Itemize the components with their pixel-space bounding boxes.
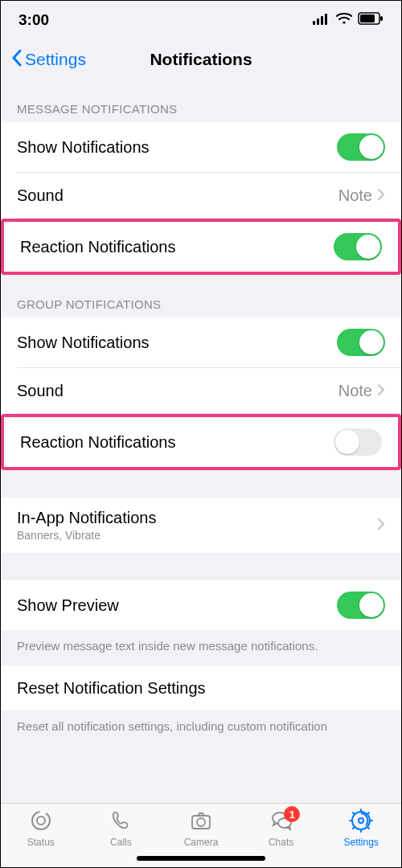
back-button[interactable]: Settings <box>10 48 86 72</box>
svg-line-20 <box>367 813 369 814</box>
svg-point-23 <box>359 818 363 823</box>
chevron-right-icon <box>377 186 385 205</box>
row-msg-show-notifications[interactable]: Show Notifications <box>1 122 401 172</box>
row-label: In-App Notifications <box>17 509 156 527</box>
tab-label: Settings <box>343 837 378 848</box>
status-bar: 3:00 <box>1 1 401 39</box>
back-label: Settings <box>25 50 86 69</box>
tab-label: Calls <box>110 837 132 848</box>
svg-rect-0 <box>313 21 315 25</box>
group-message: Show Notifications Sound Note Reaction N… <box>1 122 401 275</box>
status-time: 3:00 <box>18 11 49 29</box>
chevron-right-icon <box>377 382 385 400</box>
row-inapp-notifications[interactable]: In-App Notifications Banners, Vibrate <box>1 497 401 553</box>
row-value: Note <box>338 186 385 205</box>
toggle-grp-show[interactable] <box>337 329 385 356</box>
status-icons <box>313 11 384 29</box>
chats-badge: 1 <box>284 806 300 822</box>
svg-point-9 <box>37 817 45 825</box>
chevron-left-icon <box>10 48 23 72</box>
row-grp-reaction-notifications[interactable]: Reaction Notifications <box>1 414 401 470</box>
svg-rect-6 <box>360 14 375 23</box>
screen: 3:00 Settings Notifications MESSAGE NOTI… <box>1 1 401 867</box>
row-label: Show Notifications <box>17 138 150 157</box>
footer-preview: Preview message text inside new message … <box>1 630 401 665</box>
svg-line-19 <box>353 813 355 814</box>
tab-camera[interactable]: Camera <box>161 809 241 848</box>
wifi-icon <box>335 11 353 29</box>
camera-icon <box>189 809 213 835</box>
row-label: Reset Notification Settings <box>17 679 206 698</box>
tab-label: Camera <box>184 837 219 848</box>
svg-line-22 <box>367 827 369 829</box>
spacer <box>1 553 401 580</box>
svg-rect-3 <box>325 14 327 25</box>
cellular-icon <box>313 11 330 29</box>
tab-bar: Status Calls Camera 1 Chats Settings <box>1 803 401 850</box>
group-group: Show Notifications Sound Note Reaction N… <box>1 317 401 470</box>
section-header-message: MESSAGE NOTIFICATIONS <box>1 80 401 122</box>
status-icon <box>29 809 53 835</box>
row-label: Show Notifications <box>17 334 150 352</box>
tab-calls[interactable]: Calls <box>81 809 162 848</box>
tab-label: Chats <box>269 837 293 848</box>
footer-reset: Reset all notification settings, includi… <box>1 710 401 738</box>
toggle-msg-reaction[interactable] <box>334 233 382 260</box>
tab-status[interactable]: Status <box>1 809 81 848</box>
row-show-preview[interactable]: Show Preview <box>1 580 401 630</box>
toggle-grp-reaction[interactable] <box>334 428 382 456</box>
group-inapp: In-App Notifications Banners, Vibrate <box>1 497 401 553</box>
svg-rect-1 <box>317 18 319 25</box>
row-msg-sound[interactable]: Sound Note <box>1 173 401 218</box>
row-value-text: Note <box>338 186 372 205</box>
row-label: Show Preview <box>17 596 119 615</box>
tab-chats[interactable]: 1 Chats <box>241 809 322 848</box>
row-label: Reaction Notifications <box>20 433 175 452</box>
gear-icon <box>349 809 373 835</box>
phone-icon <box>109 809 133 835</box>
row-value-text: Note <box>338 382 372 400</box>
battery-icon <box>358 11 384 29</box>
spacer <box>1 470 401 497</box>
row-label: Sound <box>17 186 64 205</box>
section-header-group: GROUP NOTIFICATIONS <box>1 275 401 317</box>
toggle-msg-show[interactable] <box>337 133 385 161</box>
svg-rect-7 <box>380 16 383 21</box>
group-preview: Show Preview <box>1 580 401 630</box>
row-grp-show-notifications[interactable]: Show Notifications <box>1 317 401 367</box>
home-indicator[interactable] <box>1 850 401 867</box>
row-msg-reaction-notifications[interactable]: Reaction Notifications <box>1 219 401 275</box>
svg-point-4 <box>343 21 345 23</box>
row-label: Reaction Notifications <box>20 238 175 256</box>
row-sub: Banners, Vibrate <box>17 529 156 542</box>
group-reset: Reset Notification Settings <box>1 665 401 710</box>
tab-label: Status <box>27 837 55 848</box>
tab-settings[interactable]: Settings <box>321 809 401 848</box>
row-value: Note <box>338 382 385 400</box>
chevron-right-icon <box>377 518 385 534</box>
svg-line-21 <box>353 827 355 829</box>
svg-point-11 <box>197 818 205 826</box>
toggle-show-preview[interactable] <box>337 592 385 619</box>
nav-bar: Settings Notifications <box>1 39 401 80</box>
row-reset-notification-settings[interactable]: Reset Notification Settings <box>1 665 401 710</box>
row-label: Sound <box>17 382 64 400</box>
row-left: In-App Notifications Banners, Vibrate <box>17 509 156 542</box>
svg-rect-2 <box>321 16 323 25</box>
row-grp-sound[interactable]: Sound Note <box>1 368 401 413</box>
svg-point-8 <box>32 812 50 829</box>
